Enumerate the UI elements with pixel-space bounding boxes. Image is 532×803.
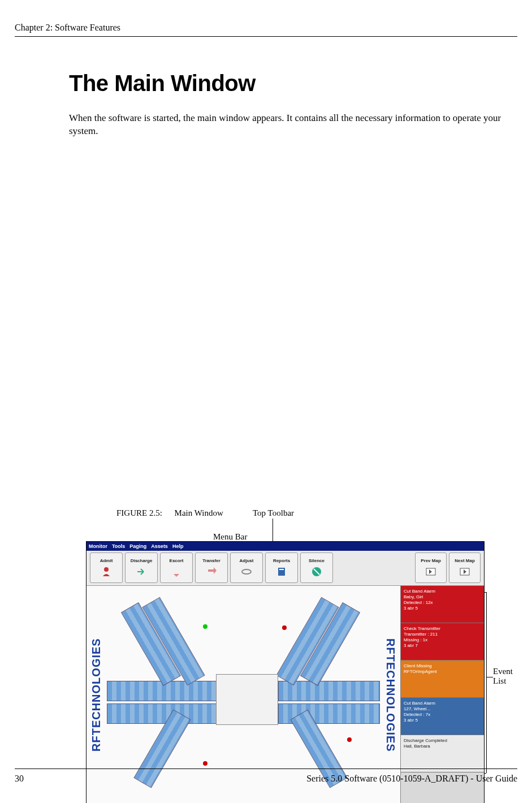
svg-rect-3: [279, 569, 284, 570]
figure-number: FIGURE 2.5:: [116, 508, 162, 517]
menu-item[interactable]: Help: [172, 543, 184, 549]
button-label: Adjust: [240, 558, 254, 563]
adjust-button[interactable]: Adjust: [230, 552, 263, 583]
button-label: Admit: [100, 558, 113, 563]
event-line: Transmitter : 211: [404, 632, 481, 637]
event-line: 3 abr 7: [404, 643, 481, 649]
event-item[interactable]: Discharge Completed Hall, Barbara: [401, 735, 484, 772]
admit-button[interactable]: Admit: [90, 552, 123, 583]
callout-line: [273, 519, 273, 541]
event-line: Baby, Girl: [404, 594, 481, 600]
escort-icon: [170, 565, 183, 578]
callout-menu-bar: Menu Bar: [213, 532, 247, 542]
event-item[interactable]: Cut Band Alarm 127, Wheel... Detected : …: [401, 698, 484, 735]
figure-container: Top Toolbar Menu Bar Event List Bottom T…: [75, 508, 512, 518]
menu-item[interactable]: Assets: [151, 543, 168, 549]
callout-top-toolbar: Top Toolbar: [253, 508, 294, 518]
event-line: 127, Wheel...: [404, 706, 481, 712]
callout-event-list-text: Event List: [493, 667, 513, 685]
callout-event-list: Event List: [493, 667, 513, 686]
menu-bar[interactable]: Monitor Tools Paging Assets Help: [86, 542, 484, 551]
button-label: Discharge: [131, 558, 153, 563]
event-item[interactable]: Cut Band Alarm Baby, Girl Detected : 12x…: [401, 586, 484, 623]
brand-watermark-right: RFTECHNOLOGIES: [382, 592, 397, 798]
event-item[interactable]: Check Transmitter Transmitter : 211 Miss…: [401, 623, 484, 660]
button-label: Transfer: [202, 558, 220, 563]
button-label: Escort: [170, 558, 184, 563]
discharge-button[interactable]: Discharge: [125, 552, 158, 583]
button-label: Reports: [273, 558, 290, 563]
brand-watermark-left: RFTECHNOLOGIES: [90, 592, 105, 798]
doc-title: Series 5.0 Software (0510-1059-A_DRAFT) …: [306, 774, 517, 784]
svg-point-1: [242, 569, 251, 574]
page-number: 30: [15, 774, 24, 784]
menu-item[interactable]: Paging: [129, 543, 146, 549]
page-title: The Main Window: [69, 71, 512, 96]
event-line: Cut Band Alarm: [404, 589, 481, 594]
bracket-line: [486, 677, 493, 677]
event-line: 3 abr 5: [404, 718, 481, 723]
bracket-line: [486, 592, 487, 773]
prev-map-button[interactable]: Prev Map: [415, 552, 447, 583]
figure-caption: FIGURE 2.5: Main Window: [116, 508, 512, 518]
top-toolbar: Admit Discharge Escort Transfer: [86, 551, 484, 586]
adjust-icon: [240, 565, 253, 578]
figure-title: Main Window: [175, 508, 223, 517]
menu-item[interactable]: Tools: [112, 543, 125, 549]
event-line: Check Transmitter: [404, 626, 481, 632]
button-label: Next Map: [455, 558, 475, 563]
reports-button[interactable]: Reports: [265, 552, 298, 583]
svg-point-0: [104, 567, 109, 572]
admit-icon: [100, 565, 113, 578]
transfer-icon: [205, 565, 218, 578]
prev-map-icon: [425, 565, 437, 578]
button-label: Silence: [309, 558, 325, 563]
main-window-screenshot: Monitor Tools Paging Assets Help Admit D…: [86, 541, 485, 803]
discharge-icon: [135, 565, 148, 578]
next-map-button[interactable]: Next Map: [449, 552, 481, 583]
button-label: Prev Map: [421, 558, 441, 563]
event-line: Discharge Completed: [404, 738, 481, 744]
event-line: Cut Band Alarm: [404, 701, 481, 706]
event-line: Hall, Barbara: [404, 744, 481, 749]
silence-button[interactable]: Silence: [300, 552, 333, 583]
silence-icon: [310, 565, 323, 578]
event-line: 3 abr 5: [404, 606, 481, 611]
reports-icon: [275, 565, 288, 578]
event-line: Detected : 7x: [404, 712, 481, 718]
header-rule: [15, 36, 517, 37]
footer-rule: [15, 769, 517, 769]
event-line: Client Missing: [404, 663, 481, 669]
event-line: RFTOrImpAgent: [404, 669, 481, 675]
intro-paragraph: When the software is started, the main w…: [69, 112, 512, 138]
event-item[interactable]: Client Missing RFTOrImpAgent: [401, 660, 484, 698]
event-line: Missing : 1x: [404, 637, 481, 643]
next-map-icon: [459, 565, 471, 578]
menu-item[interactable]: Monitor: [89, 543, 107, 549]
chapter-header: Chapter 2: Software Features: [15, 23, 517, 33]
transfer-button[interactable]: Transfer: [195, 552, 228, 583]
escort-button[interactable]: Escort: [160, 552, 193, 583]
event-line: Detected : 12x: [404, 600, 481, 606]
page-footer: 30 Series 5.0 Software (0510-1059-A_DRAF…: [15, 769, 517, 784]
